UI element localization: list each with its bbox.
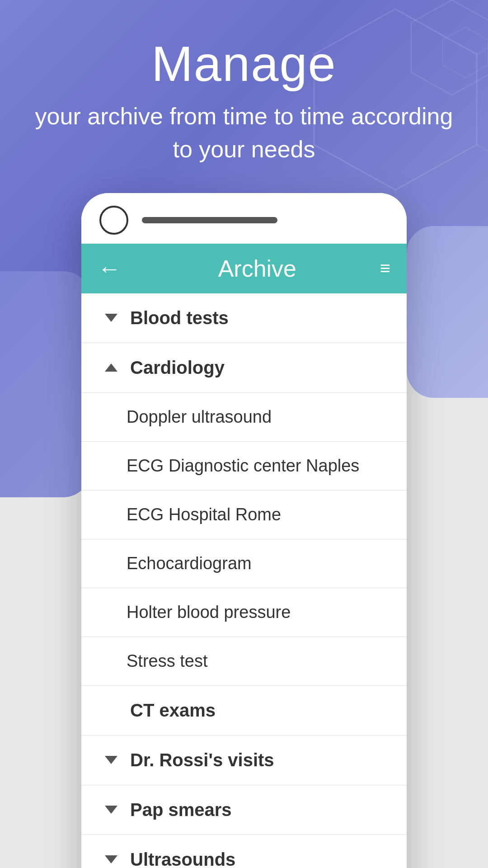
list-item-holter[interactable]: Holter blood pressure bbox=[81, 588, 407, 637]
list-item-doppler[interactable]: Doppler ultrasound bbox=[81, 393, 407, 442]
back-button[interactable]: ← bbox=[98, 257, 121, 280]
list-item-cardiology[interactable]: Cardiology bbox=[81, 343, 407, 393]
list-item-blood-tests[interactable]: Blood tests bbox=[81, 293, 407, 343]
hero-subtitle: your archive from time to time according… bbox=[0, 100, 488, 166]
phone-circle-icon bbox=[99, 206, 128, 235]
list-item-ecg-naples[interactable]: ECG Diagnostic center Naples bbox=[81, 442, 407, 491]
phone-pill bbox=[142, 217, 277, 223]
chevron-down-icon bbox=[101, 308, 121, 328]
left-decoration bbox=[0, 271, 90, 497]
ct-exams-label: CT exams bbox=[101, 700, 216, 721]
holter-label: Holter blood pressure bbox=[127, 603, 291, 622]
phone-mockup: ← Archive ≡ Blood tests Cardiology bbox=[81, 193, 407, 868]
hero-title: Manage bbox=[0, 36, 488, 91]
list-item-ultrasounds[interactable]: Ultrasounds bbox=[81, 835, 407, 868]
header-title: Archive bbox=[135, 255, 380, 282]
chevron-down-icon-rossi bbox=[101, 750, 121, 770]
ultrasounds-label: Ultrasounds bbox=[130, 849, 235, 868]
echocardiogram-label: Echocardiogram bbox=[127, 554, 252, 573]
list-item-stress-test[interactable]: Stress test bbox=[81, 637, 407, 686]
app-header: ← Archive ≡ bbox=[81, 244, 407, 293]
list-item-dr-rossi[interactable]: Dr. Rossi's visits bbox=[81, 736, 407, 785]
list-item-echocardiogram[interactable]: Echocardiogram bbox=[81, 539, 407, 588]
ecg-naples-label: ECG Diagnostic center Naples bbox=[127, 456, 359, 476]
dr-rossi-label: Dr. Rossi's visits bbox=[130, 750, 274, 770]
filter-button[interactable]: ≡ bbox=[380, 258, 390, 278]
chevron-down-icon-ultrasounds bbox=[101, 849, 121, 868]
cardiology-label: Cardiology bbox=[130, 358, 225, 378]
list-item-ct-exams[interactable]: CT exams bbox=[81, 686, 407, 736]
chevron-up-icon bbox=[101, 358, 121, 377]
blood-tests-label: Blood tests bbox=[130, 308, 229, 328]
phone-frame: ← Archive ≡ Blood tests Cardiology bbox=[81, 193, 407, 868]
right-decoration bbox=[407, 226, 488, 398]
doppler-label: Doppler ultrasound bbox=[127, 407, 272, 427]
archive-list: Blood tests Cardiology Doppler ultrasoun… bbox=[81, 293, 407, 868]
ecg-rome-label: ECG Hospital Rome bbox=[127, 505, 281, 524]
pap-smears-label: Pap smears bbox=[130, 800, 232, 820]
list-item-ecg-rome[interactable]: ECG Hospital Rome bbox=[81, 491, 407, 539]
phone-top-bar bbox=[81, 193, 407, 244]
chevron-down-icon-pap bbox=[101, 800, 121, 820]
list-item-pap-smears[interactable]: Pap smears bbox=[81, 785, 407, 835]
stress-test-label: Stress test bbox=[127, 651, 208, 671]
